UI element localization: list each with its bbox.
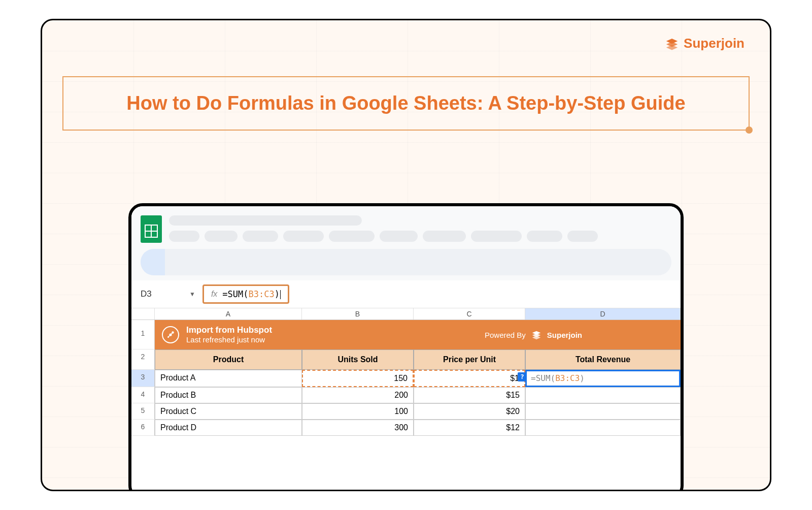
cell-a5[interactable]: Product C [155, 403, 302, 420]
name-box-dropdown-icon[interactable]: ▼ [189, 291, 195, 298]
fx-icon: fx [211, 290, 217, 299]
row-3: 3 Product A 150 $1 ? =SUM(B3:C3) [131, 370, 681, 387]
import-banner[interactable]: Import from Hubspot Last refreshed just … [155, 320, 681, 349]
formula-input-highlight[interactable]: fx =SUM(B3:C3) [202, 284, 289, 304]
cell-c4[interactable]: $15 [414, 387, 525, 403]
col-header-b[interactable]: B [302, 308, 414, 320]
menu-item-skeleton [329, 231, 375, 242]
row-header-3[interactable]: 3 [131, 370, 155, 387]
sheet-chrome-header [131, 206, 681, 280]
tutorial-card: Superjoin How to Do Formulas in Google S… [41, 19, 771, 491]
doc-title-skeleton [169, 215, 362, 226]
name-box[interactable]: D3 [137, 289, 182, 299]
toolbar-accent [141, 249, 165, 275]
cell-c5[interactable]: $20 [414, 403, 525, 420]
menu-skeleton [169, 231, 671, 242]
formula-text[interactable]: =SUM(B3:C3) [222, 289, 281, 299]
col-header-d[interactable]: D [525, 308, 681, 320]
header-product[interactable]: Product [155, 349, 302, 370]
column-headers[interactable]: A B C D [131, 308, 681, 320]
menu-item-skeleton [283, 231, 324, 242]
cell-d6[interactable] [525, 420, 681, 436]
superjoin-icon [664, 36, 680, 51]
cell-d5[interactable] [525, 403, 681, 420]
brand-name: Superjoin [684, 36, 745, 51]
select-all-corner[interactable] [131, 308, 155, 320]
row-header-4[interactable]: 4 [131, 387, 155, 403]
title-container: How to Do Formulas in Google Sheets: A S… [62, 76, 750, 131]
superjoin-icon-small [531, 329, 542, 340]
text-cursor [280, 290, 281, 299]
col-header-c[interactable]: C [414, 308, 525, 320]
brand-logo: Superjoin [664, 36, 745, 51]
page-title: How to Do Formulas in Google Sheets: A S… [74, 92, 738, 114]
cell-d4[interactable] [525, 387, 681, 403]
cell-b5[interactable]: 100 [302, 403, 414, 420]
col-header-a[interactable]: A [155, 308, 302, 320]
spreadsheet-mockup: D3 ▼ fx =SUM(B3:C3) A B C D 1 [128, 203, 684, 491]
formula-help-icon[interactable]: ? [518, 372, 527, 381]
row-4: 4 Product B 200 $15 [131, 387, 681, 403]
sheet-grid[interactable]: 1 Import from Hubspot Last refreshed jus… [131, 320, 681, 436]
menu-item-skeleton [243, 231, 278, 242]
toolbar-skeleton [141, 249, 671, 275]
menu-item-skeleton [380, 231, 418, 242]
row-6: 6 Product D 300 $12 [131, 420, 681, 436]
row-header-5[interactable]: 5 [131, 403, 155, 420]
cell-b6[interactable]: 300 [302, 420, 414, 436]
header-revenue[interactable]: Total Revenue [525, 349, 681, 370]
powered-by: Powered By Superjoin [485, 329, 582, 340]
row-1: 1 Import from Hubspot Last refreshed jus… [131, 320, 681, 349]
banner-subtitle: Last refreshed just now [186, 335, 272, 344]
cell-a6[interactable]: Product D [155, 420, 302, 436]
hubspot-icon [162, 326, 179, 343]
cell-c6[interactable]: $12 [414, 420, 525, 436]
formula-bar[interactable]: D3 ▼ fx =SUM(B3:C3) [131, 280, 681, 308]
menu-item-skeleton [567, 231, 598, 242]
google-sheets-icon [141, 215, 162, 243]
menu-item-skeleton [205, 231, 238, 242]
cell-a4[interactable]: Product B [155, 387, 302, 403]
menu-item-skeleton [471, 231, 522, 242]
row-header-2[interactable]: 2 [131, 349, 155, 370]
cell-b3[interactable]: 150 [302, 370, 414, 387]
row-header-6[interactable]: 6 [131, 420, 155, 436]
cell-a3[interactable]: Product A [155, 370, 302, 387]
powered-brand: Superjoin [547, 331, 582, 339]
cell-b4[interactable]: 200 [302, 387, 414, 403]
menu-item-skeleton [169, 231, 199, 242]
menu-item-skeleton [423, 231, 466, 242]
row-2: 2 Product Units Sold Price per Unit Tota… [131, 349, 681, 370]
cell-d3-active[interactable]: ? =SUM(B3:C3) [525, 370, 681, 387]
header-units[interactable]: Units Sold [302, 349, 414, 370]
menu-item-skeleton [527, 231, 562, 242]
row-5: 5 Product C 100 $20 [131, 403, 681, 420]
header-price[interactable]: Price per Unit [414, 349, 525, 370]
cell-c3[interactable]: $1 [414, 370, 525, 387]
banner-title: Import from Hubspot [186, 325, 272, 335]
row-header-1[interactable]: 1 [131, 320, 155, 349]
powered-label: Powered By [485, 331, 526, 339]
